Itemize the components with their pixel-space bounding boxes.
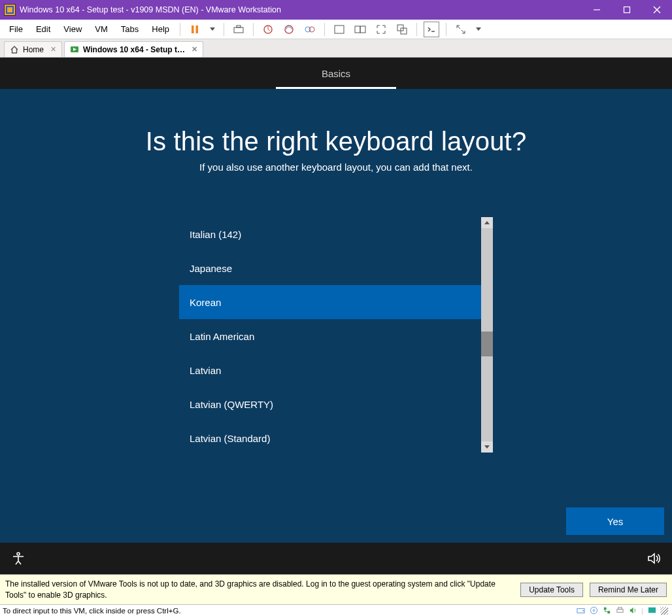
layout-option[interactable]: Latvian (Standard) <box>179 421 481 453</box>
tabstrip: Home ✕ Windows 10 x64 - Setup t… ✕ <box>0 39 672 58</box>
svg-rect-4 <box>192 26 194 33</box>
layout-list-scrollbar[interactable] <box>481 217 493 453</box>
vm-power-icon <box>70 45 79 54</box>
oobe-tab-basics[interactable]: Basics <box>276 60 396 89</box>
maximize-button[interactable] <box>612 0 642 20</box>
accessibility-icon[interactable] <box>10 551 26 566</box>
close-button[interactable] <box>642 0 672 20</box>
layout-option[interactable]: Korean <box>179 285 481 319</box>
keyboard-layout-list: Italian (142)JapaneseKoreanLatin America… <box>179 217 493 453</box>
layout-option[interactable]: Latvian (QWERTY) <box>179 387 481 421</box>
svg-point-21 <box>582 610 584 611</box>
tab-home[interactable]: Home ✕ <box>4 41 62 57</box>
menu-vm[interactable]: VM <box>88 22 114 37</box>
window-title: Windows 10 x64 - Setup test - v1909 MSDN… <box>20 5 281 14</box>
menu-edit[interactable]: Edit <box>29 22 57 37</box>
tab-vm[interactable]: Windows 10 x64 - Setup t… ✕ <box>64 41 203 57</box>
home-icon <box>10 45 19 54</box>
menu-file[interactable]: File <box>3 22 29 37</box>
svg-rect-1 <box>624 7 630 13</box>
yes-button[interactable]: Yes <box>566 507 664 535</box>
tools-message: The installed version of VMware Tools is… <box>5 579 514 600</box>
stretch-guest-icon[interactable] <box>453 22 469 37</box>
svg-rect-26 <box>616 609 622 613</box>
network-icon[interactable] <box>602 606 611 615</box>
snapshot-take-icon[interactable] <box>260 22 276 37</box>
oobe-footer <box>0 543 672 574</box>
minimize-button[interactable] <box>582 0 612 20</box>
svg-rect-28 <box>648 607 655 613</box>
oobe-topbar: Basics <box>0 58 672 89</box>
window-titlebar: Windows 10 x64 - Setup test - v1909 MSDN… <box>0 0 672 20</box>
svg-point-11 <box>309 27 314 32</box>
vm-viewport[interactable]: Basics Is this the right keyboard layout… <box>0 58 672 574</box>
sound-icon[interactable] <box>628 606 637 615</box>
tab-vm-label: Windows 10 x64 - Setup t… <box>83 45 185 54</box>
menubar: File Edit View VM Tabs Help <box>0 20 672 39</box>
suspend-dropdown[interactable] <box>208 22 217 37</box>
tab-vm-close-icon[interactable]: ✕ <box>192 45 197 54</box>
oobe-heading: Is this the right keyboard layout? <box>146 127 527 156</box>
svg-rect-6 <box>234 27 243 33</box>
layout-option[interactable]: Latvian <box>179 353 481 387</box>
layout-option[interactable]: Latin American <box>179 319 481 353</box>
snapshot-revert-icon[interactable] <box>281 22 297 37</box>
printer-icon[interactable] <box>615 606 624 615</box>
scroll-down-button[interactable] <box>481 441 493 453</box>
suspend-button[interactable] <box>187 22 203 37</box>
menu-help[interactable]: Help <box>145 22 176 37</box>
svg-rect-13 <box>355 26 360 33</box>
send-ctrl-alt-del-icon[interactable] <box>231 22 246 37</box>
oobe-subheading: If you also use another keyboard layout,… <box>199 162 473 173</box>
layout-option[interactable]: Japanese <box>179 251 481 285</box>
layout-option[interactable]: Italian (142) <box>179 217 481 251</box>
svg-rect-24 <box>603 607 606 610</box>
unity-icon[interactable] <box>394 22 410 37</box>
statusbar: To direct input to this VM, click inside… <box>0 604 672 616</box>
svg-rect-27 <box>618 607 622 609</box>
tab-home-close-icon[interactable]: ✕ <box>50 45 56 54</box>
fullscreen-icon[interactable] <box>373 22 389 37</box>
message-icon[interactable] <box>647 606 656 615</box>
console-view-icon[interactable] <box>424 22 439 37</box>
svg-point-22 <box>590 607 597 613</box>
tab-home-label: Home <box>23 45 44 54</box>
svg-point-19 <box>17 553 20 555</box>
stretch-dropdown[interactable] <box>474 22 483 37</box>
scroll-up-button[interactable] <box>481 217 493 228</box>
multiple-monitors-icon[interactable] <box>352 22 368 37</box>
remind-later-button[interactable]: Remind Me Later <box>590 583 667 597</box>
snapshot-manager-icon[interactable] <box>302 22 318 37</box>
oobe-body: Is this the right keyboard layout? If yo… <box>0 89 672 543</box>
update-tools-button[interactable]: Update Tools <box>520 583 583 597</box>
disk-icon[interactable] <box>576 606 585 615</box>
svg-rect-5 <box>196 26 199 33</box>
resize-grip[interactable] <box>660 607 668 615</box>
svg-rect-12 <box>335 26 344 33</box>
svg-rect-14 <box>360 26 365 33</box>
scroll-thumb[interactable] <box>481 332 493 356</box>
status-message: To direct input to this VM, click inside… <box>3 607 181 615</box>
show-console-icon[interactable] <box>331 22 347 37</box>
svg-rect-7 <box>237 26 241 27</box>
volume-icon[interactable] <box>646 551 662 566</box>
cd-icon[interactable] <box>589 606 598 615</box>
menu-tabs[interactable]: Tabs <box>114 22 145 37</box>
menu-view[interactable]: View <box>57 22 88 37</box>
vmware-tools-notification: The installed version of VMware Tools is… <box>0 574 672 604</box>
vmware-app-icon <box>4 4 16 16</box>
svg-point-23 <box>593 609 595 611</box>
